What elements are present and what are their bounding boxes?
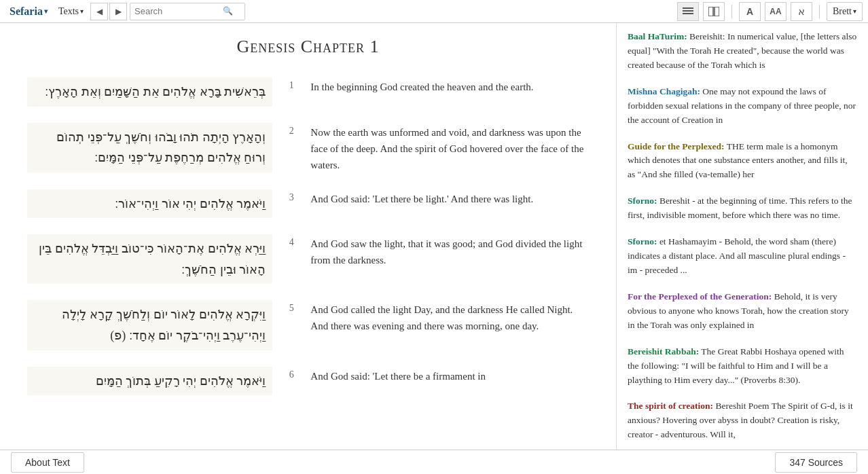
verse-hebrew: וַיֹּאמֶר אֱלֹהִים יְהִי אוֹר וַיְהִי־או… [27, 189, 272, 219]
commentary-entry: For the Perplexed of the Generation: Beh… [628, 290, 857, 333]
sources-button[interactable]: 347 Sources [775, 452, 857, 473]
verse-hebrew: בְּרֵאשִׁית בָּרָא אֱלֹהִים אֵת הַשָּׁמַ… [27, 77, 272, 107]
verse-6-english: And God said: 'Let there be a firmament … [310, 367, 589, 384]
verse-num: 1 [283, 77, 300, 91]
font-size-button[interactable]: A [739, 2, 761, 21]
about-text-button[interactable]: About Text [11, 452, 84, 473]
toolbar-icons: A AA א Brett ▾ [677, 2, 863, 21]
svg-rect-4 [715, 7, 719, 16]
verse-english: Now the earth was unformed and void, and… [310, 123, 589, 173]
user-chevron: ▾ [853, 7, 856, 15]
verse-row: וַיִּקְרָא אֱלֹהִים לָאוֹר יוֹם וְלַחֹשֶ… [27, 300, 589, 350]
commentary-entry: Bereishit Rabbah: The Great Rabbi Hoshay… [628, 345, 857, 388]
commentary-source: Guide for the Perplexed: [628, 141, 725, 151]
brand-logo[interactable]: Sefaria ▾ [5, 5, 52, 18]
texts-menu[interactable]: Texts ▾ [54, 6, 88, 17]
verse-hebrew: וְהָאָרֶץ הָיְתָה תֹהוּ וָבֹהוּ וְחֹשֶׁך… [27, 123, 272, 172]
commentary-panel: Baal HaTurim: Bereishit: In numerical va… [617, 23, 868, 450]
commentary-entry: The spirit of creation: Bereshit Poem Th… [628, 399, 857, 442]
commentary-source: Sforno: [628, 196, 657, 206]
svg-rect-0 [683, 7, 693, 9]
main-content: Genesis Chapter 1 בְּרֵאשִׁית בָּרָא אֱל… [0, 23, 868, 450]
bottom-bar: About Text 347 Sources [0, 450, 868, 474]
commentary-container: Baal HaTurim: Bereishit: In numerical va… [628, 30, 857, 450]
commentary-text: et Hashamayim - Behold, the word sham (t… [628, 236, 846, 275]
texts-chevron: ▾ [80, 7, 84, 15]
commentary-source: Sforno: [628, 236, 657, 247]
scripture-panel: Genesis Chapter 1 בְּרֵאשִׁית בָּרָא אֱל… [0, 23, 617, 450]
commentary-source: The spirit of creation: [628, 401, 713, 411]
commentary-entry: Baal HaTurim: Bereishit: In numerical va… [628, 30, 857, 73]
toolbar-divider2 [819, 5, 820, 18]
commentary-source: For the Perplexed of the Generation: [628, 291, 772, 302]
svg-rect-2 [683, 13, 693, 14]
verse-row: וַיַּרְא אֱלֹהִים אֶת־הָאוֹר כִּי־טוֹב ו… [27, 234, 589, 284]
aleph-button[interactable]: א [791, 2, 812, 21]
verse-row: וְהָאָרֶץ הָיְתָה תֹהוּ וָבֹהוּ וְחֹשֶׁך… [27, 123, 589, 173]
verses-container: בְּרֵאשִׁית בָּרָא אֱלֹהִים אֵת הַשָּׁמַ… [27, 77, 589, 350]
svg-rect-3 [708, 7, 713, 16]
search-icon: 🔍 [223, 6, 233, 16]
commentary-entry: Mishna Chagigah: One may not expound the… [628, 85, 857, 128]
aleph-icon: א [798, 5, 805, 18]
user-menu[interactable]: Brett ▾ [827, 2, 863, 21]
verse-english: And God said: 'Let there be light.' And … [310, 189, 589, 207]
verse-english: And God saw the light, that it was good;… [310, 234, 589, 268]
commentary-entry: Sforno: Bereshit - at the beginning of t… [628, 194, 857, 223]
font-toggle-button[interactable]: AA [765, 2, 786, 21]
commentary-source: Bereishit Rabbah: [628, 346, 699, 357]
layout-lines-icon [683, 7, 693, 16]
commentary-entry: Sforno: et Hashamayim - Behold, the word… [628, 235, 857, 278]
verse-row: בְּרֵאשִׁית בָּרָא אֱלֹהִים אֵת הַשָּׁמַ… [27, 77, 589, 107]
toolbar: Sefaria ▾ Texts ▾ ◀ ▶ 🔍 A [0, 0, 868, 23]
brand-name: Sefaria [10, 5, 43, 18]
verse-hebrew: וַיַּרְא אֱלֹהִים אֶת־הָאוֹר כִּי־טוֹב ו… [27, 234, 272, 284]
nav-controls: ◀ ▶ [90, 3, 127, 20]
texts-label: Texts [58, 6, 79, 17]
font-toggle-icon: AA [770, 7, 781, 16]
verse-row: וַיֹּאמֶר אֱלֹהִים יְהִי רָקִיעַ בְּתוֹך… [27, 367, 589, 396]
commentary-source: Baal HaTurim: [628, 31, 687, 41]
verse-num: 4 [283, 234, 300, 248]
verse-num: 2 [283, 123, 300, 136]
layout-columns-icon [708, 7, 719, 16]
sources-count: 347 [789, 457, 805, 468]
verse-english: In the beginning God created the heaven … [310, 77, 589, 95]
search-input[interactable] [134, 6, 223, 16]
brand-chevron: ▾ [44, 7, 48, 15]
font-size-icon: A [746, 6, 753, 17]
toolbar-divider1 [731, 5, 732, 18]
nav-forward-button[interactable]: ▶ [109, 3, 127, 20]
user-name: Brett [833, 6, 852, 17]
verse-hebrew: וַיִּקְרָא אֱלֹהִים לָאוֹר יוֹם וְלַחֹשֶ… [27, 300, 272, 350]
layout-lines-button[interactable] [677, 2, 699, 21]
search-box[interactable]: 🔍 [130, 3, 245, 20]
verse-6-num: 6 [283, 367, 300, 380]
sources-text: Sources [808, 457, 843, 468]
verse-row: וַיֹּאמֶר אֱלֹהִים יְהִי אוֹר וַיְהִי־או… [27, 189, 589, 219]
layout-columns-button[interactable] [703, 2, 725, 21]
commentary-source: Mishna Chagigah: [628, 86, 700, 96]
verse-6-hebrew: וַיֹּאמֶר אֱלֹהִים יְהִי רָקִיעַ בְּתוֹך… [27, 367, 272, 396]
verse-english: And God called the light Day, and the da… [310, 300, 589, 334]
commentary-text: Bereshit - at the beginning of time. Thi… [628, 196, 852, 220]
commentary-entry: Guide for the Perplexed: THE term male i… [628, 140, 857, 183]
verse-num: 3 [283, 189, 300, 203]
verse-num: 5 [283, 300, 300, 314]
nav-back-button[interactable]: ◀ [90, 3, 108, 20]
chapter-title: Genesis Chapter 1 [27, 37, 589, 57]
svg-rect-1 [683, 10, 693, 12]
